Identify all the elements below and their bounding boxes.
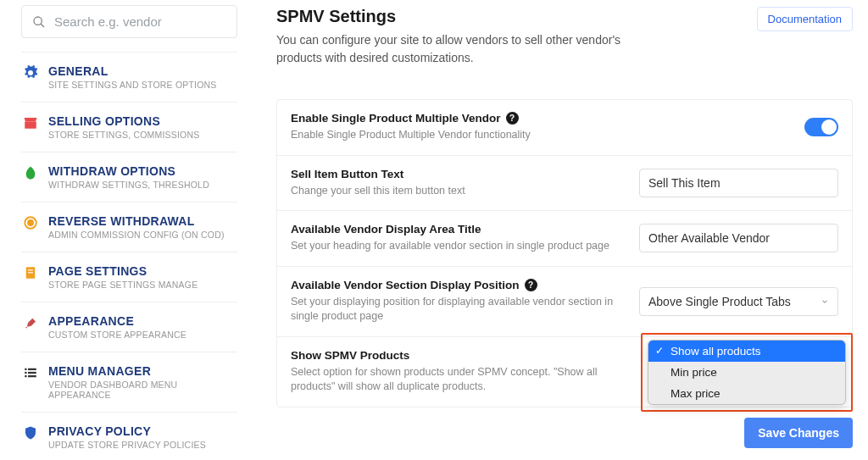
sidebar-item-menu-manager[interactable]: MENU MANAGERVENDOR DASHBOARD MENU APPEAR… bbox=[21, 352, 237, 413]
sidebar-item-title: PAGE SETTINGS bbox=[48, 264, 198, 278]
chevron-down-icon bbox=[821, 297, 829, 306]
sidebar-item-subtitle: STORE SETTINGS, COMMISSIONS bbox=[48, 130, 199, 140]
sidebar-item-subtitle: VENDOR DASHBOARD MENU APPEARANCE bbox=[48, 380, 236, 400]
sidebar-item-general[interactable]: GENERALSITE SETTINGS AND STORE OPTIONS bbox=[21, 52, 237, 103]
sidebar-item-privacy-policy[interactable]: PRIVACY POLICYUPDATE STORE PRIVACY POLIC… bbox=[21, 413, 237, 460]
row-enable-spmv: Enable Single Product Multiple Vendor? E… bbox=[277, 100, 852, 156]
page-title: SPMV Settings bbox=[276, 7, 632, 26]
documentation-button[interactable]: Documentation bbox=[757, 7, 853, 31]
row-desc: Change your sell this item button text bbox=[291, 184, 622, 199]
sidebar-item-title: PRIVACY POLICY bbox=[48, 424, 206, 438]
area-title-input[interactable] bbox=[639, 224, 838, 252]
row-title: Sell Item Button Text bbox=[291, 168, 403, 180]
show-products-dropdown[interactable]: Show all productsMin priceMax price bbox=[648, 340, 846, 405]
svg-line-1 bbox=[41, 24, 44, 27]
coin-icon bbox=[23, 215, 38, 230]
sidebar-item-title: WITHDRAW OPTIONS bbox=[48, 164, 209, 178]
sidebar-item-title: SELLING OPTIONS bbox=[48, 114, 199, 128]
sidebar-item-selling-options[interactable]: SELLING OPTIONSSTORE SETTINGS, COMMISSIO… bbox=[21, 103, 237, 152]
sidebar-item-reverse-withdrawal[interactable]: REVERSE WITHDRAWALADMIN COMMISSION CONFI… bbox=[21, 202, 237, 252]
menu-icon bbox=[23, 365, 38, 380]
svg-rect-7 bbox=[28, 272, 33, 273]
sidebar-item-title: MENU MANAGER bbox=[48, 364, 236, 378]
gear-icon bbox=[23, 65, 38, 80]
dropdown-option[interactable]: Show all products bbox=[648, 341, 845, 362]
svg-rect-6 bbox=[28, 269, 33, 270]
svg-rect-12 bbox=[25, 375, 26, 377]
sidebar-item-subtitle: ADMIN COMMISSION CONFIG (ON COD) bbox=[48, 230, 225, 240]
sidebar-item-appearance[interactable]: APPEARANCECUSTOM STORE APPEARANCE bbox=[21, 302, 237, 352]
leaf-icon bbox=[23, 165, 38, 180]
svg-rect-9 bbox=[28, 369, 36, 370]
page-description: You can configure your site to allow ven… bbox=[276, 31, 632, 67]
row-title: Show SPMV Products bbox=[291, 349, 409, 362]
svg-rect-8 bbox=[25, 369, 26, 370]
select-value: Above Single Product Tabs bbox=[648, 295, 791, 308]
page-icon bbox=[23, 265, 38, 280]
show-products-dropdown-highlight: Show all productsMin priceMax price bbox=[641, 333, 853, 412]
sidebar-item-subtitle: UPDATE STORE PRIVACY POLICIES bbox=[48, 440, 206, 450]
sidebar-item-title: GENERAL bbox=[48, 64, 217, 78]
search-icon bbox=[32, 15, 46, 29]
svg-rect-11 bbox=[28, 372, 36, 374]
sidebar-item-subtitle: CUSTOM STORE APPEARANCE bbox=[48, 330, 186, 340]
row-title: Available Vendor Display Area Title bbox=[291, 223, 481, 236]
search-box[interactable] bbox=[21, 5, 237, 38]
sidebar-item-title: APPEARANCE bbox=[48, 314, 186, 328]
sidebar-item-page-settings[interactable]: PAGE SETTINGSSTORE PAGE SETTINGS MANAGE bbox=[21, 252, 237, 302]
enable-toggle[interactable] bbox=[804, 118, 838, 136]
display-position-select[interactable]: Above Single Product Tabs bbox=[639, 287, 838, 316]
svg-point-4 bbox=[28, 220, 33, 225]
sidebar: GENERALSITE SETTINGS AND STORE OPTIONSSE… bbox=[0, 0, 254, 460]
sidebar-item-withdraw-options[interactable]: WITHDRAW OPTIONSWITHDRAW SETTINGS, THRES… bbox=[21, 152, 237, 202]
shield-icon bbox=[23, 425, 38, 441]
main-content: SPMV Settings You can configure your sit… bbox=[254, 0, 868, 460]
row-button-text: Sell Item Button Text Change your sell t… bbox=[277, 156, 852, 212]
save-changes-button[interactable]: Save Changes bbox=[744, 418, 853, 448]
svg-rect-13 bbox=[28, 375, 36, 377]
row-display-position: Available Vendor Section Display Positio… bbox=[277, 267, 852, 337]
row-desc: Set your displaying position for display… bbox=[291, 295, 622, 324]
help-icon[interactable]: ? bbox=[506, 112, 519, 125]
help-icon[interactable]: ? bbox=[525, 279, 537, 291]
sell-button-text-input[interactable] bbox=[639, 169, 838, 197]
search-input[interactable] bbox=[54, 14, 226, 29]
svg-rect-2 bbox=[25, 122, 36, 129]
sidebar-item-subtitle: WITHDRAW SETTINGS, THRESHOLD bbox=[48, 180, 209, 190]
palette-icon bbox=[23, 315, 38, 330]
row-title: Available Vendor Section Display Positio… bbox=[291, 279, 520, 291]
row-desc: Set your heading for available vendor se… bbox=[291, 239, 622, 254]
dropdown-option[interactable]: Min price bbox=[648, 362, 845, 383]
row-desc: Select option for shown products under S… bbox=[291, 365, 622, 395]
sidebar-item-subtitle: SITE SETTINGS AND STORE OPTIONS bbox=[48, 80, 217, 90]
row-title: Enable Single Product Multiple Vendor bbox=[291, 112, 501, 125]
sidebar-item-title: REVERSE WITHDRAWAL bbox=[48, 214, 225, 228]
store-icon bbox=[23, 115, 38, 130]
row-area-title: Available Vendor Display Area Title Set … bbox=[277, 211, 852, 267]
sidebar-item-subtitle: STORE PAGE SETTINGS MANAGE bbox=[48, 280, 198, 290]
row-desc: Enable Single Product Multiple Vendor fu… bbox=[291, 128, 622, 143]
dropdown-option[interactable]: Max price bbox=[648, 383, 845, 404]
svg-rect-10 bbox=[25, 372, 26, 374]
svg-point-0 bbox=[34, 17, 42, 25]
